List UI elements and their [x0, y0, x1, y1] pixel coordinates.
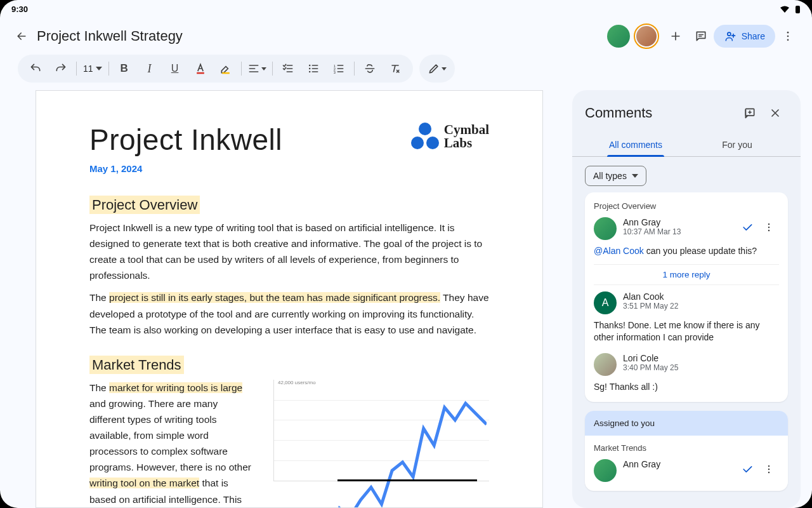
comment-body: @Alan Cook can you please update this?: [594, 245, 779, 258]
text-color-icon: [194, 62, 207, 75]
svg-point-14: [768, 224, 770, 225]
align-button[interactable]: [244, 56, 270, 81]
section-heading[interactable]: Project Overview: [89, 196, 200, 214]
more-menu-button[interactable]: [775, 23, 801, 49]
document-page[interactable]: Project Inkwell May 1, 2024 CymbalLabs P…: [36, 90, 543, 508]
edit-mode-button[interactable]: [424, 56, 450, 81]
share-label: Share: [742, 31, 765, 41]
mention[interactable]: @Alan Cook: [594, 246, 644, 256]
more-vert-icon: [782, 30, 794, 43]
panel-title: Comments: [585, 105, 737, 121]
svg-point-19: [768, 472, 770, 474]
share-button[interactable]: Share: [714, 25, 775, 48]
redo-button[interactable]: [48, 56, 74, 81]
svg-point-15: [768, 227, 770, 229]
text-color-button[interactable]: [188, 56, 213, 81]
status-time: 9:30: [11, 4, 28, 14]
back-button[interactable]: [9, 23, 34, 49]
tab-all-comments[interactable]: All comments: [585, 133, 686, 156]
filter-label: All types: [593, 171, 627, 181]
undo-button[interactable]: [23, 56, 48, 81]
bullet-list-button[interactable]: [301, 56, 326, 81]
comment-body: Thanks! Done. Let me know if there is an…: [594, 319, 779, 344]
clear-formatting-button[interactable]: [383, 56, 408, 81]
checklist-button[interactable]: [275, 56, 301, 81]
svg-point-17: [768, 465, 770, 467]
clear-format-icon: [389, 62, 402, 75]
chart-line-icon: [277, 382, 487, 508]
close-panel-button[interactable]: [763, 100, 788, 126]
font-size-value: 11: [83, 64, 93, 74]
comments-panel: Comments All comments For you All types …: [572, 90, 801, 508]
document-title-header[interactable]: Project Inkwell Strategy: [37, 28, 183, 44]
filter-types-chip[interactable]: All types: [585, 166, 646, 186]
check-icon: [741, 221, 754, 234]
check-icon: [741, 463, 754, 476]
svg-point-1: [727, 32, 730, 36]
svg-point-7: [308, 65, 310, 67]
tab-for-you[interactable]: For you: [686, 133, 788, 156]
highlight-button[interactable]: [213, 56, 239, 81]
svg-point-4: [787, 39, 789, 41]
svg-point-9: [308, 71, 310, 73]
comment-icon: [695, 30, 707, 43]
add-comment-button[interactable]: [737, 100, 763, 126]
svg-point-16: [768, 230, 770, 232]
highlighted-text[interactable]: writing tool on the market: [89, 478, 199, 488]
paragraph[interactable]: The market for writing tools is large an…: [89, 380, 254, 508]
caret-down-icon: [632, 174, 638, 178]
svg-point-18: [768, 469, 770, 471]
avatar-active[interactable]: [634, 23, 659, 49]
caret-down-icon: [261, 67, 266, 70]
section-heading[interactable]: Market Trends: [89, 356, 184, 374]
more-vert-icon: [763, 221, 775, 234]
comment-timestamp: 10:37 AM Mar 13: [623, 227, 731, 236]
add-collaborator-button[interactable]: [663, 23, 688, 49]
redo-icon: [55, 62, 67, 75]
doc-date[interactable]: May 1, 2024: [89, 163, 282, 174]
align-icon: [247, 62, 260, 75]
collaborator-avatars[interactable]: [607, 23, 659, 49]
svg-point-8: [308, 68, 310, 70]
caret-down-icon: [96, 67, 102, 70]
brand-logo: CymbalLabs: [411, 123, 489, 150]
strikethrough-icon: [363, 62, 376, 75]
highlighted-text[interactable]: project is still in its early stages, bu…: [109, 292, 440, 303]
more-vert-icon: [763, 463, 775, 476]
comments-button[interactable]: [688, 23, 714, 49]
resolve-button[interactable]: [737, 217, 757, 237]
comment-thread-assigned[interactable]: Assigned to you Market Trends Ann Gray: [585, 411, 788, 491]
paragraph[interactable]: Project Inkwell is a new type of writing…: [89, 220, 489, 283]
avatar[interactable]: [607, 25, 630, 48]
wifi-icon: [780, 6, 790, 13]
highlight-icon: [219, 62, 232, 75]
doc-title[interactable]: Project Inkwell: [89, 123, 282, 157]
svg-rect-0: [796, 6, 800, 13]
plus-icon: [669, 30, 682, 43]
comment-menu-button[interactable]: [759, 459, 779, 479]
svg-rect-5: [197, 72, 204, 74]
highlighted-text[interactable]: market for writing tools is large: [109, 382, 242, 393]
trend-chart: 42,000 users/mo: [273, 380, 489, 481]
caret-down-icon: [442, 67, 447, 70]
paragraph[interactable]: The project is still in its early stages…: [89, 290, 489, 337]
italic-button[interactable]: I: [137, 56, 162, 81]
font-size-selector[interactable]: 11: [79, 64, 106, 74]
more-replies-link[interactable]: 1 more reply: [594, 264, 779, 285]
bold-button[interactable]: B: [112, 56, 137, 81]
resolve-button[interactable]: [737, 459, 757, 479]
pencil-icon: [428, 62, 440, 75]
numbered-list-button[interactable]: 123: [326, 56, 351, 81]
underline-button[interactable]: U: [162, 56, 188, 81]
close-icon: [769, 107, 782, 119]
comment-author: Lori Cole: [623, 353, 779, 363]
comment-timestamp: 3:40 PM May 25: [623, 363, 779, 372]
strikethrough-button[interactable]: [357, 56, 383, 81]
thread-reference: Market Trends: [594, 443, 779, 453]
comment-thread[interactable]: Project Overview Ann Gray 10:37 AM Mar 1…: [585, 192, 788, 402]
undo-icon: [29, 62, 42, 75]
thread-reference: Project Overview: [594, 201, 779, 211]
comment-menu-button[interactable]: [759, 217, 779, 237]
svg-point-2: [787, 32, 789, 34]
add-comment-icon: [743, 107, 756, 119]
